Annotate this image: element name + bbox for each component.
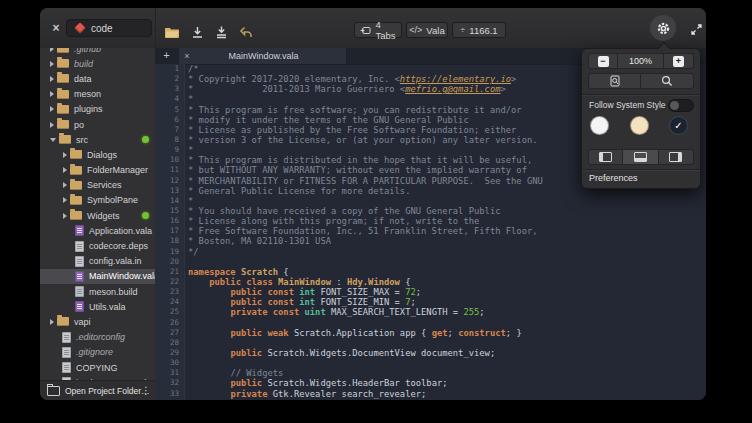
zoom-out-button[interactable]: − [588, 53, 618, 69]
tree-item-mainwindow-vala[interactable]: MainWindow.vala [40, 269, 155, 284]
tree-item-symbolpane[interactable]: SymbolPane [40, 193, 155, 208]
code-token: private const [230, 307, 299, 317]
window-close-button[interactable]: × [48, 18, 64, 38]
sidebar-right-toggle-button[interactable] [659, 149, 694, 165]
new-tab-button[interactable]: + [159, 48, 174, 64]
tree-item-gitignore[interactable]: .gitignore [40, 345, 155, 360]
tree-item-copying[interactable]: COPYING [40, 360, 155, 375]
tree-item-data[interactable]: data [40, 71, 155, 86]
code-line-33[interactable]: private Gtk.Revealer search_revealer; [188, 389, 706, 399]
tree-item-editorconfig[interactable]: .editorconfig [40, 330, 155, 345]
line-number-23: 23 [155, 287, 184, 297]
style-sepia-button[interactable] [630, 116, 649, 135]
code-line-20[interactable] [188, 257, 706, 267]
code-line-19[interactable]: */ [188, 247, 706, 257]
tree-item-label: .github [74, 48, 101, 54]
code-line-18[interactable]: * Boston, MA 02110-1301 USA [188, 236, 706, 246]
tree-item-plugins[interactable]: plugins [40, 102, 155, 117]
tree-item-src[interactable]: src [40, 132, 155, 147]
expander-icon[interactable] [63, 213, 67, 219]
save-button[interactable] [188, 23, 206, 41]
undo-button[interactable] [237, 23, 255, 41]
tree-item-services[interactable]: Services [40, 178, 155, 193]
tree-item-codecore-deps[interactable]: codecore.deps [40, 238, 155, 253]
tree-item-build[interactable]: build [40, 56, 155, 71]
code-token: construct [458, 328, 506, 338]
tree-item-github[interactable]: .github [40, 48, 155, 56]
code-line-32[interactable]: public Scratch.Widgets.HeaderBar toolbar… [188, 378, 706, 388]
tree-item-label: vapi [74, 317, 91, 327]
code-line-31[interactable]: // Widgets [188, 368, 706, 378]
expander-icon[interactable] [63, 152, 67, 158]
sidebar-left-toggle-button[interactable] [588, 149, 623, 165]
code-token: { [400, 277, 411, 287]
project-chooser-button[interactable]: code [66, 19, 152, 37]
tree-item-config-vala-in[interactable]: config.vala.in [40, 254, 155, 269]
tree-item-label: Widgets [87, 211, 120, 221]
code-line-15[interactable]: * You should have received a copy of the… [188, 206, 706, 216]
code-token [188, 328, 230, 338]
zoom-level-button[interactable]: 100% [618, 53, 664, 69]
code-line-23[interactable]: public const int FONT_SIZE_MAX = 72; [188, 287, 706, 297]
open-folder-button[interactable] [163, 23, 181, 41]
tree-item-foldermanager[interactable]: FolderManager [40, 163, 155, 178]
code-line-24[interactable]: public const int FONT_SIZE_MIN = 7; [188, 297, 706, 307]
preferences-menu-item[interactable]: Preferences [589, 173, 638, 183]
tab-close-icon[interactable]: × [179, 51, 195, 61]
check-icon: ✓ [674, 120, 682, 131]
language-button[interactable]: </> Vala [406, 22, 448, 38]
style-light-button[interactable] [590, 116, 609, 135]
code-line-21[interactable]: namespace Scratch { [188, 267, 706, 277]
code-line-30[interactable] [188, 358, 706, 368]
code-line-14[interactable]: * [188, 196, 706, 206]
fullscreen-button[interactable] [688, 21, 704, 37]
code-line-27[interactable]: public weak Scratch.Application app { ge… [188, 328, 706, 338]
expander-icon[interactable] [50, 91, 54, 97]
tree-item-vapi[interactable]: vapi [40, 314, 155, 329]
settings-gear-button[interactable] [650, 15, 676, 41]
tree-item-utils-vala[interactable]: Utils.vala [40, 299, 155, 314]
goto-line-button[interactable]: ÷ 1166.1 [452, 22, 506, 38]
folder-icon [57, 59, 69, 68]
tree-item-dialogs[interactable]: Dialogs [40, 147, 155, 162]
line-number-3: 3 [155, 84, 184, 94]
expander-icon[interactable] [50, 106, 54, 112]
expander-icon[interactable] [50, 61, 54, 67]
tree-item-po[interactable]: po [40, 117, 155, 132]
expander-icon[interactable] [50, 138, 56, 142]
style-dark-button[interactable]: ✓ [669, 116, 688, 135]
expander-icon[interactable] [50, 122, 54, 128]
tab-mainwindow-vala[interactable]: × MainWindow.vala [178, 48, 347, 64]
tree-item-meson[interactable]: meson [40, 87, 155, 102]
code-line-28[interactable] [188, 338, 706, 348]
line-number-2: 2 [155, 74, 184, 84]
code-line-26[interactable] [188, 318, 706, 328]
code-line-16[interactable]: * License along with this program; if no… [188, 216, 706, 226]
code-line-17[interactable]: * Free Software Foundation, Inc., 51 Fra… [188, 226, 706, 236]
tabs-overview-button[interactable]: 4 Tabs [354, 22, 402, 38]
expander-icon[interactable] [63, 167, 67, 173]
code-line-22[interactable]: public class MainWindow : Hdy.Window { [188, 277, 706, 287]
expander-icon[interactable] [50, 76, 54, 82]
follow-system-style-toggle[interactable] [668, 99, 694, 112]
expander-icon[interactable] [50, 319, 54, 325]
panel-bottom-toggle-button[interactable] [623, 149, 658, 165]
line-number-6: 6 [155, 115, 184, 125]
global-search-button[interactable] [641, 73, 694, 89]
expander-icon[interactable] [63, 197, 67, 203]
expander-icon[interactable] [63, 182, 67, 188]
tree-item-meson-build[interactable]: meson.build [40, 284, 155, 299]
tree-item-label: build [74, 59, 93, 69]
save-as-button[interactable] [212, 23, 230, 41]
code-line-25[interactable]: private const uint MAX_SEARCH_TEXT_LENGT… [188, 307, 706, 317]
find-in-file-button[interactable] [588, 73, 641, 89]
tree-item-widgets[interactable]: Widgets [40, 208, 155, 223]
code-line-29[interactable]: public Scratch.Widgets.DocumentView docu… [188, 348, 706, 358]
zoom-in-button[interactable]: + [664, 53, 694, 69]
open-project-folder-button[interactable]: Open Project Folder… ⋮ [40, 380, 155, 400]
line-number-28: 28 [155, 338, 184, 348]
sidebar-menu-button[interactable]: ⋮ [140, 381, 152, 400]
tree-item-application-vala[interactable]: Application.vala [40, 223, 155, 238]
expander-icon[interactable] [50, 48, 54, 52]
code-token: FONT_SIZE_MIN = [315, 297, 405, 307]
